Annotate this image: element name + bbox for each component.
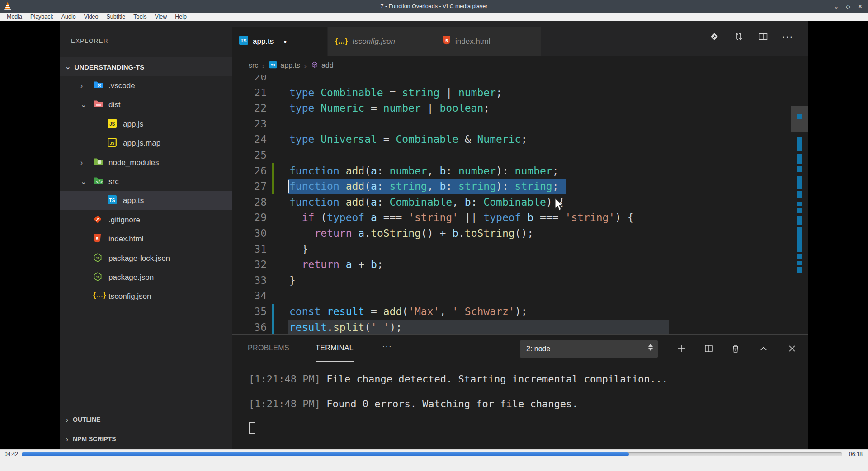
code-line-22: 22type Numeric = number | boolean; xyxy=(232,100,808,116)
tab-label: tsconfig.json xyxy=(352,37,395,46)
line-number: 33 xyxy=(232,273,267,288)
git-file-icon xyxy=(93,215,102,224)
explorer-item-node_modules[interactable]: ›node_modules xyxy=(60,153,232,172)
chevron-down-icon: ⌄ xyxy=(80,172,86,191)
new-terminal-icon[interactable] xyxy=(674,341,689,356)
code-line-21: 21type Combinable = string | number; xyxy=(232,85,808,101)
synchronize-changes-icon[interactable] xyxy=(733,31,744,42)
code-line-34: 34 xyxy=(232,288,808,304)
breadcrumb-add[interactable]: add xyxy=(311,61,334,71)
explorer-item-tsconfig.json[interactable]: {…}tsconfig.json xyxy=(60,287,232,306)
breadcrumb-app.ts[interactable]: TSapp.ts xyxy=(269,60,300,71)
explorer-item-app.js[interactable]: JSapp.js xyxy=(60,115,232,134)
code-text: type Numeric = number | boolean; xyxy=(289,100,490,116)
jsmap-file-icon: JS xyxy=(108,138,117,147)
svg-text:JS: JS xyxy=(110,141,115,146)
code-line-29: 29 if (typeof a === 'string' || typeof b… xyxy=(232,210,808,226)
code-text: type Combinable = string | number; xyxy=(289,85,502,101)
section-outline[interactable]: ›OUTLINE xyxy=(60,410,232,429)
explorer-root-folder[interactable]: ⌄ UNDERSTANDING-TS xyxy=(60,57,232,76)
panel-tab-terminal[interactable]: TERMINAL xyxy=(316,335,354,362)
section-label: NPM SCRIPTS xyxy=(73,435,116,443)
seek-progress xyxy=(22,452,629,456)
panel-tab-problems[interactable]: PROBLEMS xyxy=(248,335,289,362)
explorer-item-label: index.html xyxy=(108,230,143,249)
maximize-panel-icon[interactable] xyxy=(756,341,771,356)
explorer-item-package-lock.json[interactable]: JSpackage-lock.json xyxy=(60,249,232,268)
open-changes-icon[interactable] xyxy=(709,31,720,42)
line-number: 21 xyxy=(232,85,267,101)
breadcrumb-src[interactable]: src xyxy=(249,61,258,70)
code-text: function add(a: Combinable, b: Combinabl… xyxy=(289,194,565,210)
svg-text:JS: JS xyxy=(95,256,99,260)
code-line-31: 31 } xyxy=(232,241,808,257)
tab-tsconfig.json[interactable]: {…}tsconfig.json xyxy=(328,27,435,56)
tab-label: app.ts xyxy=(253,37,274,46)
menu-audio[interactable]: Audio xyxy=(57,13,80,21)
tab-app.ts[interactable]: TSapp.ts● xyxy=(232,27,328,56)
line-number: 31 xyxy=(232,241,267,257)
explorer-item-index.html[interactable]: 5index.html xyxy=(60,230,232,249)
close-panel-icon[interactable] xyxy=(784,341,800,356)
section-npm-scripts[interactable]: ›NPM SCRIPTS xyxy=(60,429,232,448)
explorer-item-app.ts[interactable]: TSapp.ts xyxy=(60,191,232,210)
video-display[interactable]: EXPLORER ⌄ UNDERSTANDING-TS ›.vscode⌄dis… xyxy=(60,21,808,449)
code-text: return a + b; xyxy=(289,257,383,273)
split-editor-icon[interactable] xyxy=(758,31,769,42)
line-number: 20 xyxy=(232,75,267,85)
explorer-item-package.json[interactable]: JSpackage.json xyxy=(60,268,232,287)
more-actions-icon[interactable]: ··· xyxy=(782,31,793,42)
code-editor[interactable]: 2021type Combinable = string | number;22… xyxy=(232,75,808,334)
chevron-right-icon: › xyxy=(80,76,83,95)
menu-playback[interactable]: Playback xyxy=(26,13,57,21)
ts-file-icon: TS xyxy=(239,36,248,45)
menu-video[interactable]: Video xyxy=(80,13,103,21)
code-text: type Universal = Combinable & Numeric; xyxy=(289,132,527,147)
ts-file-icon: TS xyxy=(269,61,277,68)
menu-help[interactable]: Help xyxy=(171,13,191,21)
menu-subtitle[interactable]: Subtitle xyxy=(103,13,130,21)
close-button[interactable]: ✕ xyxy=(858,3,863,10)
html-file-icon: 5 xyxy=(93,234,101,243)
seek-slider[interactable] xyxy=(22,452,842,456)
menu-media[interactable]: Media xyxy=(3,13,26,21)
vlc-window: 7 - Function Overloads - VLC media playe… xyxy=(0,0,868,471)
code-text: result.split(' '); xyxy=(289,320,402,334)
title-bar[interactable]: 7 - Function Overloads - VLC media playe… xyxy=(0,0,868,13)
elapsed-time: 04:42 xyxy=(5,451,18,457)
explorer-item-src[interactable]: ⌄</>src xyxy=(60,172,232,191)
line-number: 26 xyxy=(232,163,267,179)
breadcrumb-label: src xyxy=(249,61,258,70)
svg-text:TS: TS xyxy=(109,198,115,203)
line-number: 36 xyxy=(232,320,267,334)
chevron-down-icon: ⌄ xyxy=(65,63,71,71)
line-number: 30 xyxy=(232,226,267,241)
ts-file-icon: TS xyxy=(108,195,117,204)
explorer-item-label: package-lock.json xyxy=(108,249,170,268)
menu-tools[interactable]: Tools xyxy=(129,13,151,21)
explorer-sidebar: EXPLORER ⌄ UNDERSTANDING-TS ›.vscode⌄dis… xyxy=(60,21,232,449)
line-number: 35 xyxy=(232,304,267,320)
breadcrumb[interactable]: src›TSapp.ts›add xyxy=(232,56,808,75)
explorer-item-dist[interactable]: ⌄dist xyxy=(60,95,232,114)
kill-terminal-icon[interactable] xyxy=(728,341,743,356)
minimize-button[interactable]: ⌄ xyxy=(834,3,839,10)
scrollbar-thumb[interactable] xyxy=(791,106,808,132)
explorer-item-label: tsconfig.json xyxy=(108,287,151,306)
code-line-27: 27function add(a: string, b: string): st… xyxy=(232,179,808,194)
split-terminal-icon[interactable] xyxy=(701,341,717,356)
overview-ruler-mark xyxy=(797,137,802,151)
select-arrows-icon xyxy=(648,344,653,351)
tab-label: index.html xyxy=(455,37,490,46)
explorer-item-app.js.map[interactable]: JSapp.js.map xyxy=(60,134,232,153)
npm-file-icon: JS xyxy=(93,272,102,281)
explorer-item-.vscode[interactable]: ›.vscode xyxy=(60,76,232,95)
menu-view[interactable]: View xyxy=(151,13,171,21)
panel-more-actions[interactable]: ··· xyxy=(382,341,392,351)
indent-guide xyxy=(84,115,84,153)
total-time: 06:18 xyxy=(849,451,863,457)
tab-index.html[interactable]: 5index.html xyxy=(435,27,541,56)
explorer-item-.gitignore[interactable]: .gitignore xyxy=(60,211,232,230)
terminal-select[interactable]: 2: node xyxy=(520,340,658,358)
maximize-button[interactable]: ◇ xyxy=(846,3,850,10)
